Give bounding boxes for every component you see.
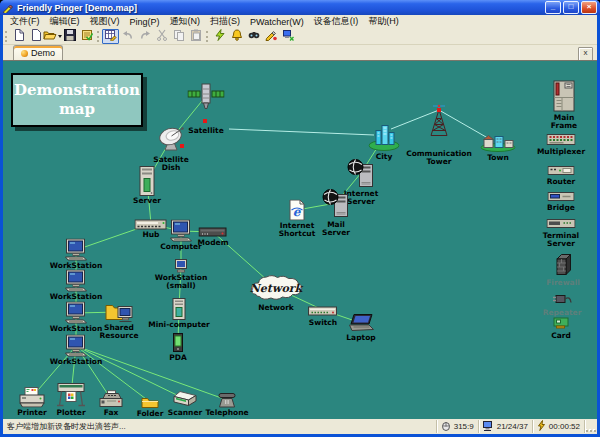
tab-close-button[interactable]: x [578,47,593,61]
hub-icon[interactable] [135,218,168,231]
satellite-icon[interactable] [188,83,225,110]
mouse-icon [441,420,451,433]
new-page-button[interactable] [27,29,44,44]
grid-pen-icon [105,27,117,45]
map-status-ball-icon [21,50,28,57]
folder-icon[interactable] [141,395,160,409]
redo-button[interactable] [136,29,153,44]
bridge-label: Bridge [547,204,575,212]
svg-text:Network: Network [250,282,304,295]
menu-item-ping[interactable]: Ping(P) [125,17,165,27]
menu-item-help[interactable]: 帮助(H) [363,15,404,28]
title-bar[interactable]: Friendly Pinger [Demo.map] _ □ × [0,0,600,15]
resize-grip[interactable] [585,420,597,433]
town-icon[interactable] [481,132,516,152]
main-frame-icon[interactable] [552,80,577,113]
network-cloud-icon[interactable]: Network [247,273,305,304]
fax-icon[interactable] [99,390,124,408]
minimize-button[interactable]: _ [545,1,561,14]
trace-button[interactable] [279,29,296,44]
window-title: Friendly Pinger [Demo.map] [17,3,543,13]
save-button[interactable] [61,29,78,44]
laptop-icon[interactable] [348,314,375,332]
bridge-icon[interactable] [548,190,575,202]
telephone-label: Telephone [205,409,248,417]
server-icon[interactable] [139,166,156,196]
communication-tower-label: CommunicationTower [406,150,472,166]
workstation-small-icon[interactable] [174,259,188,273]
map-title-box: Demonstration map [11,73,143,127]
menu-item-pwatcher[interactable]: PWatcher(W) [245,17,309,27]
workstation2-icon[interactable] [63,270,89,293]
maximize-button[interactable]: □ [563,1,579,14]
switch-label: Switch [309,319,337,327]
network-map-canvas[interactable]: Demonstration map SatelliteSatelliteDish… [3,60,597,419]
status-cursor-pos: 315:9 [454,422,474,431]
toolbar-gripper[interactable] [206,31,208,42]
pen-watcher-button[interactable] [262,29,279,44]
map-title-line2: map [59,100,95,119]
copy-button[interactable] [170,29,187,44]
paste-button[interactable] [187,29,204,44]
computer-icon[interactable] [168,220,194,243]
firewall-icon[interactable] [555,254,572,277]
plotter-icon[interactable] [56,382,87,408]
cut-button[interactable] [153,29,170,44]
scanner-icon[interactable] [173,391,198,407]
printer-label: Printer [17,409,46,417]
internet-shortcut-icon[interactable]: e [289,200,306,221]
tab-demo[interactable]: Demo [13,45,63,60]
copy-pages-icon [173,27,185,45]
router-label: Router [547,178,576,186]
repeater-icon[interactable] [552,293,573,305]
network-trace-icon [282,27,294,45]
city-icon[interactable] [369,123,400,151]
save-notes-button[interactable] [78,29,95,44]
shared-resource-icon[interactable] [105,301,134,323]
city-label: City [376,153,393,161]
new-map-button[interactable] [10,29,27,44]
status-device-counts: 21/24/37 [497,422,528,431]
laptop-label: Laptop [346,334,375,342]
ping-button[interactable] [211,29,228,44]
status-uptime-panel: 00:00:52 [533,420,585,433]
network-cloud-label: Network [258,304,294,312]
close-button[interactable]: × [581,1,597,14]
open-button[interactable] [44,29,61,44]
plotter-label: Plotter [56,409,85,417]
mini-computer-label: Mini-computer [148,321,210,329]
switch-icon[interactable] [308,304,338,317]
mail-server-icon[interactable] [322,188,350,218]
notification-button[interactable] [228,29,245,44]
menu-item-device-info[interactable]: 设备信息(I) [309,15,364,28]
router-icon[interactable] [548,164,575,176]
pen-red-dot-icon [265,27,277,45]
workstation4-icon[interactable] [63,335,89,358]
find-button[interactable] [245,29,262,44]
lightning-icon [537,420,546,433]
new-page-icon [13,27,25,45]
printer-icon[interactable] [19,387,46,408]
card-icon[interactable] [553,317,570,330]
internet-server-icon[interactable] [347,158,375,188]
modem-icon[interactable] [199,227,228,238]
terminal-server-icon[interactable] [547,217,576,229]
map-title-line1: Demonstration [14,81,140,100]
multiplexer-icon[interactable] [547,132,576,146]
pda-icon[interactable] [172,333,184,353]
connection-marker [437,108,441,112]
pda-label: PDA [169,354,187,362]
workstation2-label: WorkStation [50,293,103,301]
mini-computer-icon[interactable] [172,298,187,320]
internet-shortcut-label: InternetShortcut [279,222,316,238]
floppy-icon [64,27,76,45]
design-mode-button[interactable] [102,29,119,44]
toolbar-gripper[interactable] [5,31,7,42]
undo-button[interactable] [119,29,136,44]
shared-resource-label: SharedResource [99,324,138,340]
status-uptime: 00:00:52 [549,422,580,431]
workstation1-icon[interactable] [63,239,89,262]
telephone-icon[interactable] [217,392,238,408]
workstation3-icon[interactable] [63,302,89,325]
toolbar-gripper[interactable] [97,31,99,42]
